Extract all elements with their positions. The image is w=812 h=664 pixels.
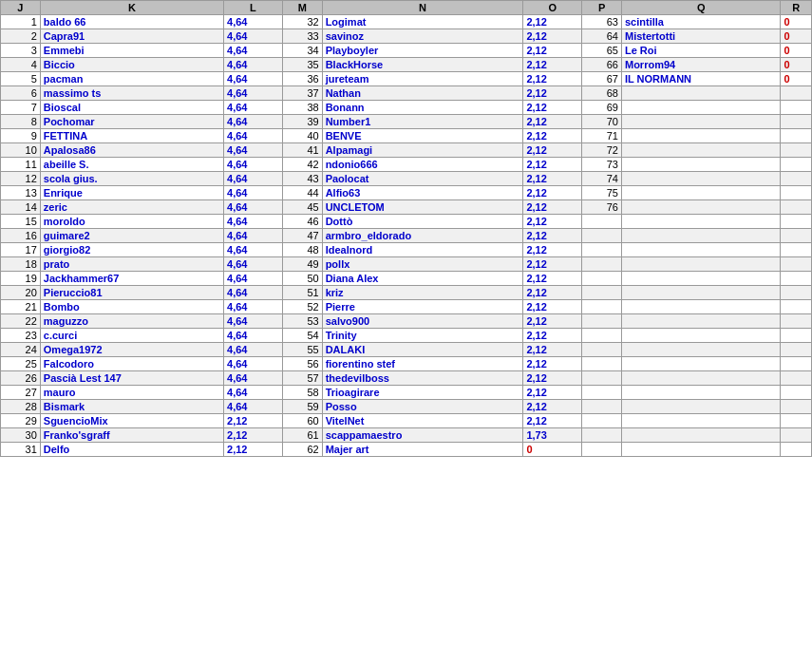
table-row: 20Pieruccio814,6451kriz2,12 [1, 286, 812, 300]
cell-l: 4,64 [224, 371, 283, 386]
cell-m: 44 [282, 186, 322, 200]
cell-o: 2,12 [523, 329, 582, 343]
cell-n: Posso [322, 400, 523, 414]
cell-q: Le Roi [621, 44, 780, 58]
cell-k: Pieruccio81 [40, 286, 223, 300]
cell-l: 4,64 [224, 257, 283, 272]
cell-r: 0 [781, 72, 812, 86]
cell-l: 4,64 [224, 200, 283, 215]
cell-k: Omega1972 [40, 343, 223, 357]
cell-k: Delfo [40, 443, 223, 457]
table-row: 9FETTINA4,6440BENVE2,1271 [1, 129, 812, 143]
cell-r: 0 [781, 44, 812, 58]
cell-n: Playboyler [322, 44, 523, 58]
cell-k: Falcodoro [40, 357, 223, 371]
col-q: Q [621, 1, 780, 15]
cell-m: 45 [282, 200, 322, 215]
cell-o: 2,12 [523, 257, 582, 272]
cell-j: 10 [1, 143, 41, 158]
cell-p: 66 [582, 58, 622, 72]
cell-p [582, 257, 622, 272]
table-row: 19Jackhammer674,6450Diana Alex2,12 [1, 272, 812, 286]
cell-r [781, 343, 812, 357]
cell-l: 2,12 [224, 414, 283, 428]
cell-r [781, 243, 812, 257]
cell-n: thedevilboss [322, 371, 523, 386]
cell-n: DALAKI [322, 343, 523, 357]
cell-r: 0 [781, 58, 812, 72]
cell-j: 23 [1, 329, 41, 343]
cell-k: prato [40, 257, 223, 272]
cell-n: Diana Alex [322, 272, 523, 286]
cell-q [621, 314, 780, 329]
cell-j: 3 [1, 44, 41, 58]
cell-n: Number1 [322, 115, 523, 129]
table-row: 8Pochomar4,6439Number12,1270 [1, 115, 812, 129]
cell-m: 32 [282, 15, 322, 29]
cell-o: 2,12 [523, 44, 582, 58]
table-row: 31Delfo2,1262Majer art0 [1, 443, 812, 457]
cell-q [621, 357, 780, 371]
cell-k: Pascià Lest 147 [40, 371, 223, 386]
cell-o: 2,12 [523, 101, 582, 115]
cell-j: 22 [1, 314, 41, 329]
cell-o: 2,12 [523, 243, 582, 257]
cell-r [781, 115, 812, 129]
cell-k: Biccio [40, 58, 223, 72]
table-row: 23c.curci4,6454Trinity2,12 [1, 329, 812, 343]
cell-m: 60 [282, 414, 322, 428]
table-row: 7Bioscal4,6438Bonann2,1269 [1, 101, 812, 115]
table-row: 18prato4,6449pollx2,12 [1, 257, 812, 272]
cell-k: maguzzo [40, 314, 223, 329]
cell-k: scola gius. [40, 172, 223, 186]
cell-n: Dottò [322, 215, 523, 229]
col-m: M [282, 1, 322, 15]
cell-j: 5 [1, 72, 41, 86]
cell-q [621, 300, 780, 314]
cell-j: 8 [1, 115, 41, 129]
scores-table: J K L M N O P Q R 1baldo 664,6432Logimat… [0, 0, 812, 457]
header-row: J K L M N O P Q R [1, 1, 812, 15]
cell-m: 52 [282, 300, 322, 314]
cell-j: 11 [1, 158, 41, 172]
cell-o: 2,12 [523, 29, 582, 44]
cell-o: 2,12 [523, 186, 582, 200]
cell-k: zeric [40, 200, 223, 215]
cell-m: 42 [282, 158, 322, 172]
cell-j: 27 [1, 386, 41, 400]
col-k: K [40, 1, 223, 15]
cell-l: 4,64 [224, 158, 283, 172]
cell-k: Enrique [40, 186, 223, 200]
cell-m: 62 [282, 443, 322, 457]
cell-p [582, 215, 622, 229]
cell-r [781, 129, 812, 143]
cell-n: Idealnord [322, 243, 523, 257]
cell-l: 4,64 [224, 186, 283, 200]
cell-n: fiorentino stef [322, 357, 523, 371]
cell-l: 4,64 [224, 101, 283, 115]
cell-q [621, 414, 780, 428]
cell-j: 1 [1, 15, 41, 29]
cell-o: 1,73 [523, 428, 582, 443]
cell-n: Alpamagi [322, 143, 523, 158]
cell-j: 21 [1, 300, 41, 314]
cell-r [781, 186, 812, 200]
cell-k: baldo 66 [40, 15, 223, 29]
table-row: 15moroldo4,6446Dottò2,12 [1, 215, 812, 229]
cell-l: 4,64 [224, 58, 283, 72]
cell-p: 72 [582, 143, 622, 158]
cell-r: 0 [781, 15, 812, 29]
cell-r [781, 357, 812, 371]
cell-p: 73 [582, 158, 622, 172]
table-row: 22maguzzo4,6453salvo9002,12 [1, 314, 812, 329]
cell-m: 54 [282, 329, 322, 343]
cell-l: 4,64 [224, 386, 283, 400]
cell-p [582, 443, 622, 457]
cell-n: armbro_eldorado [322, 229, 523, 243]
table-row: 12scola gius.4,6443Paolocat2,1274 [1, 172, 812, 186]
cell-p: 74 [582, 172, 622, 186]
cell-n: Nathan [322, 86, 523, 101]
cell-r [781, 314, 812, 329]
cell-l: 4,64 [224, 72, 283, 86]
cell-l: 4,64 [224, 286, 283, 300]
